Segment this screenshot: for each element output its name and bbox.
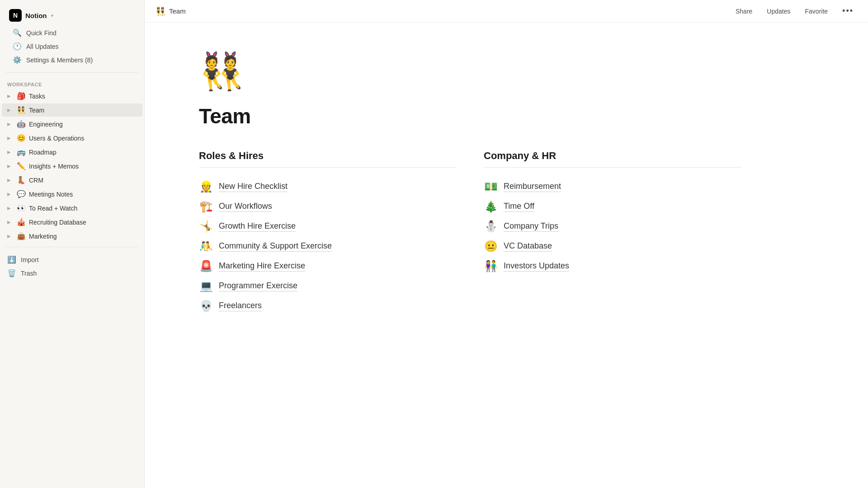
new-hire-icon: 👷 bbox=[199, 180, 213, 193]
team-label: Team bbox=[29, 107, 137, 114]
page-title: Team bbox=[199, 104, 741, 128]
community-support-link[interactable]: 🤼 Community & Support Exercise bbox=[199, 236, 457, 256]
arrow-icon: ▶ bbox=[7, 206, 14, 211]
vc-database-label: VC Database bbox=[504, 241, 552, 252]
share-button[interactable]: Share bbox=[732, 6, 756, 17]
growth-hire-label: Growth Hire Exercise bbox=[219, 221, 296, 232]
crm-label: CRM bbox=[29, 177, 137, 184]
topbar-left: 👯 Team bbox=[156, 6, 186, 16]
sidebar-item-marketing[interactable]: ▶ 👜 Marketing bbox=[2, 230, 142, 243]
time-off-icon: 🎄 bbox=[484, 200, 498, 213]
insights-icon: ✏️ bbox=[16, 162, 26, 170]
investors-updates-label: Investors Updates bbox=[504, 261, 569, 272]
workspace-label: WORKSPACE bbox=[0, 76, 144, 89]
engineering-icon: 🤖 bbox=[16, 120, 26, 128]
company-hr-section: Company & HR 💵 Reimbursement 🎄 Time Off … bbox=[484, 150, 741, 316]
meetings-icon: 💬 bbox=[16, 190, 26, 198]
new-hire-checklist-link[interactable]: 👷 New Hire Checklist bbox=[199, 177, 457, 197]
search-icon: 🔍 bbox=[13, 28, 22, 37]
roles-hires-section: Roles & Hires 👷 New Hire Checklist 🏗️ Ou… bbox=[199, 150, 457, 316]
topbar: 👯 Team Share Updates Favorite ••• bbox=[145, 0, 868, 23]
topbar-page-icon: 👯 bbox=[156, 6, 165, 16]
programmer-exercise-link[interactable]: 💻 Programmer Exercise bbox=[199, 276, 457, 296]
meetings-label: Meetings Notes bbox=[29, 191, 137, 198]
page-cover-emoji: 👯 bbox=[199, 50, 741, 93]
import-item[interactable]: ⬇️ Import bbox=[2, 253, 142, 266]
column-divider bbox=[484, 167, 741, 168]
vc-database-link[interactable]: 😐 VC Database bbox=[484, 236, 741, 256]
main-content: 👯 Team Share Updates Favorite ••• 👯 Team… bbox=[145, 0, 868, 488]
new-hire-label: New Hire Checklist bbox=[219, 182, 288, 192]
company-trips-link[interactable]: ⛄ Company Trips bbox=[484, 216, 741, 236]
roles-hires-heading: Roles & Hires bbox=[199, 150, 457, 162]
company-trips-icon: ⛄ bbox=[484, 220, 498, 233]
sidebar-item-team[interactable]: ▶ 👯 Team bbox=[2, 103, 142, 117]
settings-action[interactable]: ⚙️ Settings & Members (8) bbox=[7, 53, 137, 66]
programmer-label: Programmer Exercise bbox=[219, 281, 297, 291]
sidebar-item-tasks[interactable]: ▶ 🎒 Tasks bbox=[2, 89, 142, 103]
arrow-icon: ▶ bbox=[7, 220, 14, 225]
updates-button[interactable]: Updates bbox=[763, 6, 794, 17]
freelancers-link[interactable]: 💀 Freelancers bbox=[199, 296, 457, 316]
sidebar-item-to-read-watch[interactable]: ▶ 👀 To Read + Watch bbox=[2, 202, 142, 215]
company-hr-heading: Company & HR bbox=[484, 150, 741, 162]
community-support-icon: 🤼 bbox=[199, 240, 213, 253]
reimbursement-link[interactable]: 💵 Reimbursement bbox=[484, 177, 741, 197]
columns-container: Roles & Hires 👷 New Hire Checklist 🏗️ Ou… bbox=[199, 150, 741, 316]
arrow-icon: ▶ bbox=[7, 122, 14, 127]
all-updates-action[interactable]: 🕐 All Updates bbox=[7, 40, 137, 53]
vc-database-icon: 😐 bbox=[484, 240, 498, 253]
clock-icon: 🕐 bbox=[13, 42, 22, 51]
sidebar-item-recruiting[interactable]: ▶ 🎪 Recruiting Database bbox=[2, 216, 142, 229]
topbar-right: Share Updates Favorite ••• bbox=[732, 5, 857, 18]
users-operations-label: Users & Operations bbox=[29, 135, 137, 142]
roadmap-icon: 🚌 bbox=[16, 148, 26, 156]
reimbursement-icon: 💵 bbox=[484, 180, 498, 193]
arrow-icon: ▶ bbox=[7, 150, 14, 155]
sidebar-item-users-operations[interactable]: ▶ 😊 Users & Operations bbox=[2, 131, 142, 145]
arrow-icon: ▶ bbox=[7, 192, 14, 197]
arrow-icon: ▶ bbox=[7, 136, 14, 141]
quick-find-label: Quick Find bbox=[26, 29, 57, 37]
sidebar-item-crm[interactable]: ▶ 👢 CRM bbox=[2, 174, 142, 187]
sidebar-divider bbox=[5, 72, 139, 73]
chevron-down-icon: ▾ bbox=[51, 13, 53, 18]
company-trips-label: Company Trips bbox=[504, 221, 558, 232]
to-read-icon: 👀 bbox=[16, 204, 26, 212]
notion-icon: N bbox=[9, 9, 22, 22]
favorite-button[interactable]: Favorite bbox=[802, 6, 832, 17]
roadmap-label: Roadmap bbox=[29, 149, 137, 156]
our-workflows-link[interactable]: 🏗️ Our Workflows bbox=[199, 197, 457, 216]
all-updates-label: All Updates bbox=[26, 43, 59, 50]
time-off-link[interactable]: 🎄 Time Off bbox=[484, 197, 741, 216]
community-support-label: Community & Support Exercise bbox=[219, 241, 332, 252]
trash-item[interactable]: 🗑️ Trash bbox=[2, 267, 142, 280]
sidebar: N Notion ▾ 🔍 Quick Find 🕐 All Updates ⚙️… bbox=[0, 0, 145, 488]
recruiting-label: Recruiting Database bbox=[29, 219, 137, 226]
marketing-icon: 👜 bbox=[16, 232, 26, 240]
arrow-icon: ▶ bbox=[7, 164, 14, 169]
marketing-hire-link[interactable]: 🚨 Marketing Hire Exercise bbox=[199, 256, 457, 276]
investors-updates-link[interactable]: 👫 Investors Updates bbox=[484, 256, 741, 276]
import-label: Import bbox=[21, 256, 39, 263]
to-read-label: To Read + Watch bbox=[29, 205, 137, 212]
tasks-icon: 🎒 bbox=[16, 92, 26, 100]
sidebar-item-engineering[interactable]: ▶ 🤖 Engineering bbox=[2, 117, 142, 131]
quick-find-action[interactable]: 🔍 Quick Find bbox=[7, 26, 137, 39]
settings-label: Settings & Members (8) bbox=[26, 56, 93, 64]
gear-icon: ⚙️ bbox=[13, 56, 22, 64]
programmer-icon: 💻 bbox=[199, 280, 213, 292]
sidebar-item-roadmap[interactable]: ▶ 🚌 Roadmap bbox=[2, 145, 142, 159]
more-button[interactable]: ••• bbox=[839, 5, 857, 18]
arrow-icon: ▶ bbox=[7, 234, 14, 239]
growth-hire-link[interactable]: 🤸 Growth Hire Exercise bbox=[199, 216, 457, 236]
crm-icon: 👢 bbox=[16, 176, 26, 184]
sidebar-item-meetings[interactable]: ▶ 💬 Meetings Notes bbox=[2, 188, 142, 201]
page-content: 👯 Team Roles & Hires 👷 New Hire Checklis… bbox=[145, 23, 778, 352]
sidebar-item-insights[interactable]: ▶ ✏️ Insights + Memos bbox=[2, 160, 142, 173]
marketing-hire-label: Marketing Hire Exercise bbox=[219, 261, 305, 272]
users-operations-icon: 😊 bbox=[16, 134, 26, 142]
arrow-icon: ▶ bbox=[7, 108, 14, 113]
time-off-label: Time Off bbox=[504, 202, 534, 212]
notion-logo-row[interactable]: N Notion ▾ bbox=[5, 6, 139, 24]
